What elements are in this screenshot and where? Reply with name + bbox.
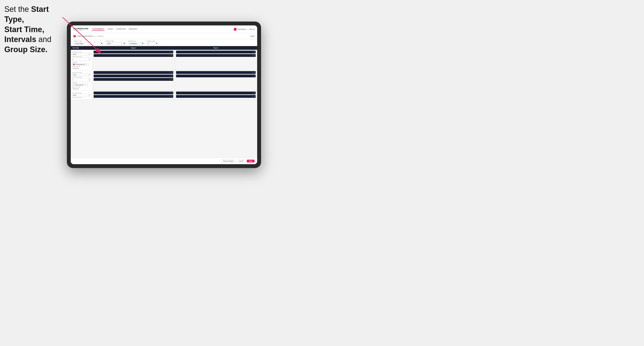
nav-teams[interactable]: TEAMS xyxy=(108,27,113,31)
player-add-2-1[interactable]: ⊕ xyxy=(254,51,255,53)
player-remove-1-2[interactable]: ✕ xyxy=(170,55,171,56)
team1-cell-3: ✕ ⊕ ✕ ⊕ xyxy=(92,91,175,100)
intervals-select[interactable]: 10 Minutes xyxy=(128,42,144,45)
player-row-4-1: ✕ ⊕ xyxy=(176,71,256,74)
breadcrumb-separator: › xyxy=(96,34,97,38)
bottom-bar: Reset Changes Cancel Save xyxy=(71,158,257,164)
player-remove-2-1[interactable]: ✕ xyxy=(252,51,253,53)
remove-group-2[interactable]: Remove Group xyxy=(72,86,91,88)
hole-down-1[interactable]: ▼ xyxy=(89,59,90,61)
tablet-screen: SCOREBOARD Powered by clipp.io TOURNAMEN… xyxy=(71,25,257,164)
tablet-device: SCOREBOARD Powered by clipp.io TOURNAMEN… xyxy=(67,21,261,168)
course-label-2: COURSE: xyxy=(72,82,91,83)
nav-rankings[interactable]: RANKINGS xyxy=(129,27,137,31)
team2-cell-1: ✕ ⊕ ✕ ⊕ xyxy=(175,50,257,70)
starting-hole-input-1[interactable]: 1 ▲ ▼ xyxy=(72,57,91,61)
col-team1: Team 1 xyxy=(92,46,175,50)
player-add-4-2[interactable]: ⊕ xyxy=(254,75,255,77)
nav-tournaments[interactable]: TOURNAMENTS xyxy=(92,27,104,31)
player-row-6-1: ✕ ⊕ xyxy=(176,92,256,94)
player-add-6-2[interactable]: ⊕ xyxy=(254,96,255,97)
player-row-3-1: ✕ ⊕ xyxy=(94,71,173,74)
start-time-group: Start Time 10:00 xyxy=(106,40,126,45)
breadcrumb-bar: C Clipp Invitational (Mar...) › Hosting … xyxy=(71,33,257,39)
course-remove-x-1[interactable]: ✕ xyxy=(86,64,87,65)
player-add-1-2[interactable]: ⊕ xyxy=(171,55,172,56)
player-remove-5-1[interactable]: ✕ xyxy=(170,92,171,94)
player-remove-5-2[interactable]: ✕ xyxy=(170,96,171,97)
player-remove-4-2[interactable]: ✕ xyxy=(252,75,253,77)
table-body: STARTING TIME: 10:00 🕐 STARTING HOLE: 1 … xyxy=(71,50,257,158)
player-add-3-2[interactable]: ⊕ xyxy=(171,75,172,77)
logo-area: SCOREBOARD Powered by clipp.io xyxy=(73,27,88,31)
player-remove-4-1[interactable]: ✕ xyxy=(252,72,253,73)
group-row-3: STARTING TIME: 10:20 🕐 STARTING HOLE: ✕ … xyxy=(71,91,257,100)
player-add-3-1[interactable]: ⊕ xyxy=(171,72,172,73)
starting-time-input-1[interactable]: 10:00 🕐 xyxy=(72,53,91,55)
table-header: Tee Time Team 1 Team 2 xyxy=(71,46,257,50)
instruction-text: Set the Start Type, Start Time, Interval… xyxy=(4,4,69,55)
player-row-3-2: ✕ ⊕ xyxy=(94,75,173,77)
intervals-label: Intervals xyxy=(128,40,144,42)
cancel-button[interactable]: Cancel xyxy=(237,160,246,163)
reset-changes-button[interactable]: Reset Changes xyxy=(221,160,236,163)
add-group-1[interactable]: + Add Group xyxy=(72,68,91,69)
app-logo-icon: C xyxy=(73,35,76,37)
player-add-4-1[interactable]: ⊕ xyxy=(254,72,255,73)
clock-icon-2: 🕐 xyxy=(88,74,90,75)
starting-time-label-2: STARTING TIME: xyxy=(72,72,91,73)
start-time-select[interactable]: 10:00 xyxy=(106,42,126,45)
player-row-4-2: ✕ ⊕ xyxy=(176,75,256,77)
group-size-select[interactable]: 3 xyxy=(147,42,158,45)
back-button[interactable]: < Back xyxy=(250,35,254,37)
clock-icon-1: 🕐 xyxy=(88,53,90,55)
starting-hole-input-2[interactable]: 1 ▲ ▼ xyxy=(72,78,91,81)
player-remove-2-2[interactable]: ✕ xyxy=(252,55,253,56)
logo-sub: Powered by clipp.io xyxy=(73,30,88,31)
player-add-5-2[interactable]: ⊕ xyxy=(171,96,172,97)
nav-links: TOURNAMENTS TEAMS COMMITTEE RANKINGS xyxy=(92,27,234,31)
starting-time-input-2[interactable]: 10:10 🕐 xyxy=(72,73,91,76)
starting-hole-label-2: STARTING HOLE: xyxy=(72,76,91,78)
start-time-label: Start Time xyxy=(106,40,126,42)
group-size-label: Group Size xyxy=(147,40,158,42)
player-row-3-3: ✕ ⊕ xyxy=(94,78,173,81)
remove-group-1[interactable]: Remove Group xyxy=(72,66,91,67)
sign-out-link[interactable]: Sign out xyxy=(250,28,254,30)
course-remove-x-2[interactable]: ✕ xyxy=(84,84,86,86)
player-remove-3-2[interactable]: ✕ xyxy=(170,75,171,77)
player-add-5-1[interactable]: ⊕ xyxy=(171,92,172,94)
start-type-label: Start Type xyxy=(73,40,104,42)
starting-time-input-3[interactable]: 10:20 🕐 xyxy=(72,94,91,96)
player-remove-6-1[interactable]: ✕ xyxy=(252,92,253,94)
nav-right: blair@clipp.io | Sign out xyxy=(234,28,254,31)
course-name-2: East Lake GC xyxy=(76,84,84,86)
group-size-group: Group Size 3 xyxy=(147,40,158,45)
group-row-2: STARTING TIME: 10:10 🕐 STARTING HOLE: 1 … xyxy=(71,70,257,91)
player-add-6-1[interactable]: ⊕ xyxy=(254,92,255,94)
player-add-3-3[interactable]: ⊕ xyxy=(171,79,172,80)
player-remove-3-3[interactable]: ✕ xyxy=(170,79,171,80)
logo-text: SCOREBOARD xyxy=(73,27,88,30)
starting-hole-label-1: STARTING HOLE: xyxy=(72,56,91,57)
nav-committee[interactable]: COMMITTEE xyxy=(116,27,126,31)
hole-down-2[interactable]: ▼ xyxy=(89,80,90,81)
player-add-1-1[interactable]: ⊕ xyxy=(171,51,172,53)
player-add-2-2[interactable]: ⊕ xyxy=(254,55,255,56)
start-type-select[interactable]: 1st Tee Start xyxy=(73,42,104,45)
team1-cell-2: ✕ ⊕ ✕ ⊕ ✕ ⊕ xyxy=(92,70,175,90)
navbar: SCOREBOARD Powered by clipp.io TOURNAMEN… xyxy=(71,25,257,33)
player-row-1-2: ✕ ⊕ xyxy=(94,54,173,57)
controls-bar: Start Type 1st Tee Start Start Time 10:0… xyxy=(71,39,257,46)
course-add-1[interactable]: + xyxy=(88,64,88,65)
player-row-1-1: ✕ ⊕ xyxy=(94,51,173,53)
player-remove-6-2[interactable]: ✕ xyxy=(252,96,253,97)
user-email: blair@clipp.io xyxy=(238,28,246,30)
course-add-2[interactable]: + xyxy=(86,84,87,86)
team2-cell-2: ✕ ⊕ ✕ ⊕ xyxy=(175,70,257,90)
player-remove-3-1[interactable]: ✕ xyxy=(170,72,171,73)
add-group-2[interactable]: + Add Group xyxy=(72,88,91,89)
tournament-breadcrumb[interactable]: Clipp Invitational (Mar...) xyxy=(77,35,95,37)
save-button[interactable]: Save xyxy=(247,160,254,163)
player-remove-1-1[interactable]: ✕ xyxy=(170,51,171,53)
